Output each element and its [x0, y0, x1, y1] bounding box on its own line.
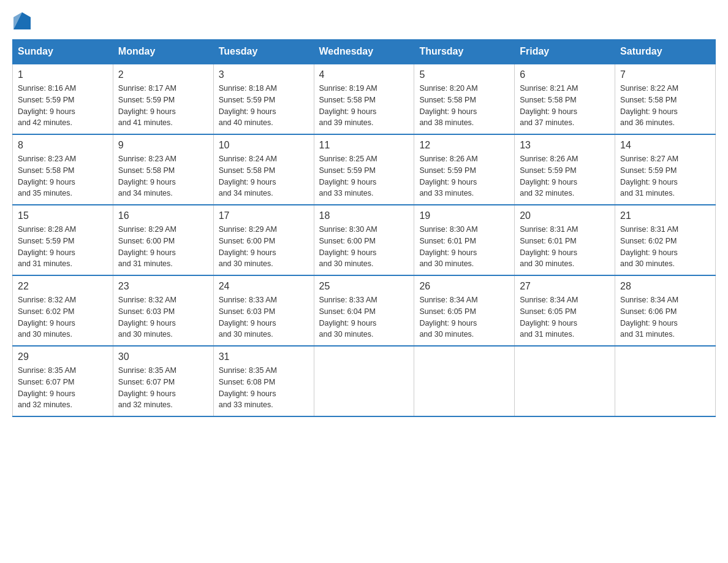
calendar-cell: 27Sunrise: 8:34 AMSunset: 6:05 PMDayligh… — [515, 275, 615, 346]
calendar-cell: 6Sunrise: 8:21 AMSunset: 5:58 PMDaylight… — [515, 64, 615, 134]
day-info: Sunrise: 8:28 AMSunset: 5:59 PMDaylight:… — [18, 224, 108, 270]
day-number: 28 — [620, 281, 710, 292]
day-number: 18 — [319, 210, 409, 221]
calendar-cell: 30Sunrise: 8:35 AMSunset: 6:07 PMDayligh… — [113, 346, 213, 416]
calendar-cell: 16Sunrise: 8:29 AMSunset: 6:00 PMDayligh… — [113, 205, 213, 275]
day-info: Sunrise: 8:34 AMSunset: 6:05 PMDaylight:… — [419, 294, 509, 340]
day-info: Sunrise: 8:34 AMSunset: 6:06 PMDaylight:… — [620, 294, 710, 340]
col-header-saturday: Saturday — [615, 40, 716, 64]
calendar-cell: 11Sunrise: 8:25 AMSunset: 5:59 PMDayligh… — [314, 134, 414, 205]
calendar-week-3: 15Sunrise: 8:28 AMSunset: 5:59 PMDayligh… — [13, 205, 716, 275]
calendar-cell: 14Sunrise: 8:27 AMSunset: 5:59 PMDayligh… — [615, 134, 716, 205]
calendar-cell: 10Sunrise: 8:24 AMSunset: 5:58 PMDayligh… — [213, 134, 314, 205]
day-number: 13 — [520, 140, 610, 151]
calendar-cell: 18Sunrise: 8:30 AMSunset: 6:00 PMDayligh… — [314, 205, 414, 275]
calendar-cell: 17Sunrise: 8:29 AMSunset: 6:00 PMDayligh… — [213, 205, 314, 275]
day-info: Sunrise: 8:31 AMSunset: 6:01 PMDaylight:… — [520, 224, 610, 270]
day-number: 24 — [219, 281, 309, 292]
day-number: 17 — [219, 210, 309, 221]
calendar-cell: 8Sunrise: 8:23 AMSunset: 5:58 PMDaylight… — [13, 134, 113, 205]
day-number: 5 — [419, 69, 509, 80]
day-number: 19 — [419, 210, 509, 221]
col-header-monday: Monday — [113, 40, 213, 64]
calendar-cell: 3Sunrise: 8:18 AMSunset: 5:59 PMDaylight… — [213, 64, 314, 134]
day-info: Sunrise: 8:29 AMSunset: 6:00 PMDaylight:… — [118, 224, 208, 270]
day-number: 6 — [520, 69, 610, 80]
calendar-cell: 23Sunrise: 8:32 AMSunset: 6:03 PMDayligh… — [113, 275, 213, 346]
day-number: 1 — [18, 69, 108, 80]
day-info: Sunrise: 8:35 AMSunset: 6:07 PMDaylight:… — [18, 365, 108, 411]
day-info: Sunrise: 8:33 AMSunset: 6:04 PMDaylight:… — [319, 294, 409, 340]
day-info: Sunrise: 8:22 AMSunset: 5:58 PMDaylight:… — [620, 83, 710, 129]
col-header-thursday: Thursday — [414, 40, 515, 64]
calendar-week-4: 22Sunrise: 8:32 AMSunset: 6:02 PMDayligh… — [13, 275, 716, 346]
day-number: 23 — [118, 281, 208, 292]
day-info: Sunrise: 8:30 AMSunset: 6:01 PMDaylight:… — [419, 224, 509, 270]
col-header-tuesday: Tuesday — [213, 40, 314, 64]
day-info: Sunrise: 8:23 AMSunset: 5:58 PMDaylight:… — [18, 153, 108, 199]
day-info: Sunrise: 8:35 AMSunset: 6:08 PMDaylight:… — [219, 365, 309, 411]
day-info: Sunrise: 8:17 AMSunset: 5:59 PMDaylight:… — [118, 83, 208, 129]
day-info: Sunrise: 8:21 AMSunset: 5:58 PMDaylight:… — [520, 83, 610, 129]
calendar-cell: 15Sunrise: 8:28 AMSunset: 5:59 PMDayligh… — [13, 205, 113, 275]
calendar-week-2: 8Sunrise: 8:23 AMSunset: 5:58 PMDaylight… — [13, 134, 716, 205]
day-info: Sunrise: 8:24 AMSunset: 5:58 PMDaylight:… — [219, 153, 309, 199]
calendar-cell: 26Sunrise: 8:34 AMSunset: 6:05 PMDayligh… — [414, 275, 515, 346]
calendar-cell: 5Sunrise: 8:20 AMSunset: 5:58 PMDaylight… — [414, 64, 515, 134]
calendar-cell: 22Sunrise: 8:32 AMSunset: 6:02 PMDayligh… — [13, 275, 113, 346]
day-info: Sunrise: 8:18 AMSunset: 5:59 PMDaylight:… — [219, 83, 309, 129]
day-info: Sunrise: 8:16 AMSunset: 5:59 PMDaylight:… — [18, 83, 108, 129]
day-number: 31 — [219, 351, 309, 362]
day-info: Sunrise: 8:32 AMSunset: 6:03 PMDaylight:… — [118, 294, 208, 340]
calendar-cell: 9Sunrise: 8:23 AMSunset: 5:58 PMDaylight… — [113, 134, 213, 205]
col-header-friday: Friday — [515, 40, 615, 64]
col-header-wednesday: Wednesday — [314, 40, 414, 64]
day-info: Sunrise: 8:33 AMSunset: 6:03 PMDaylight:… — [219, 294, 309, 340]
day-number: 20 — [520, 210, 610, 221]
calendar-cell — [314, 346, 414, 416]
calendar-cell: 1Sunrise: 8:16 AMSunset: 5:59 PMDaylight… — [13, 64, 113, 134]
calendar-cell — [414, 346, 515, 416]
day-number: 27 — [520, 281, 610, 292]
col-header-sunday: Sunday — [13, 40, 113, 64]
day-info: Sunrise: 8:31 AMSunset: 6:02 PMDaylight:… — [620, 224, 710, 270]
calendar-cell: 12Sunrise: 8:26 AMSunset: 5:59 PMDayligh… — [414, 134, 515, 205]
logo — [12, 12, 32, 29]
calendar-cell: 21Sunrise: 8:31 AMSunset: 6:02 PMDayligh… — [615, 205, 716, 275]
calendar-cell: 31Sunrise: 8:35 AMSunset: 6:08 PMDayligh… — [213, 346, 314, 416]
day-number: 12 — [419, 140, 509, 151]
logo-icon — [13, 12, 31, 29]
day-info: Sunrise: 8:32 AMSunset: 6:02 PMDaylight:… — [18, 294, 108, 340]
day-number: 14 — [620, 140, 710, 151]
day-number: 11 — [319, 140, 409, 151]
calendar-cell: 19Sunrise: 8:30 AMSunset: 6:01 PMDayligh… — [414, 205, 515, 275]
calendar-cell: 25Sunrise: 8:33 AMSunset: 6:04 PMDayligh… — [314, 275, 414, 346]
day-number: 3 — [219, 69, 309, 80]
day-info: Sunrise: 8:19 AMSunset: 5:58 PMDaylight:… — [319, 83, 409, 129]
day-number: 25 — [319, 281, 409, 292]
day-info: Sunrise: 8:26 AMSunset: 5:59 PMDaylight:… — [520, 153, 610, 199]
day-info: Sunrise: 8:27 AMSunset: 5:59 PMDaylight:… — [620, 153, 710, 199]
calendar-cell: 29Sunrise: 8:35 AMSunset: 6:07 PMDayligh… — [13, 346, 113, 416]
day-number: 22 — [18, 281, 108, 292]
calendar-header-row: SundayMondayTuesdayWednesdayThursdayFrid… — [13, 40, 716, 64]
day-info: Sunrise: 8:20 AMSunset: 5:58 PMDaylight:… — [419, 83, 509, 129]
page-header — [12, 12, 716, 29]
day-number: 8 — [18, 140, 108, 151]
calendar-cell: 24Sunrise: 8:33 AMSunset: 6:03 PMDayligh… — [213, 275, 314, 346]
day-number: 10 — [219, 140, 309, 151]
day-number: 2 — [118, 69, 208, 80]
day-number: 7 — [620, 69, 710, 80]
day-info: Sunrise: 8:35 AMSunset: 6:07 PMDaylight:… — [118, 365, 208, 411]
calendar-cell: 2Sunrise: 8:17 AMSunset: 5:59 PMDaylight… — [113, 64, 213, 134]
day-number: 30 — [118, 351, 208, 362]
calendar-cell: 28Sunrise: 8:34 AMSunset: 6:06 PMDayligh… — [615, 275, 716, 346]
calendar-cell: 20Sunrise: 8:31 AMSunset: 6:01 PMDayligh… — [515, 205, 615, 275]
day-number: 15 — [18, 210, 108, 221]
day-info: Sunrise: 8:34 AMSunset: 6:05 PMDaylight:… — [520, 294, 610, 340]
day-number: 26 — [419, 281, 509, 292]
day-number: 4 — [319, 69, 409, 80]
calendar-cell: 13Sunrise: 8:26 AMSunset: 5:59 PMDayligh… — [515, 134, 615, 205]
calendar-week-1: 1Sunrise: 8:16 AMSunset: 5:59 PMDaylight… — [13, 64, 716, 134]
day-number: 29 — [18, 351, 108, 362]
